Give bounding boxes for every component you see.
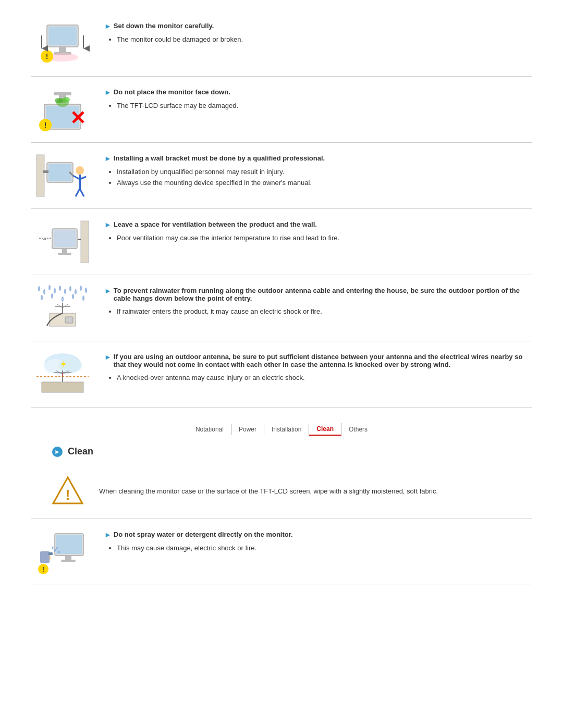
- bullet-item: This may cause damage, electric shock or…: [117, 543, 532, 554]
- title-antenna: ► If you are using an outdoor antenna, b…: [104, 353, 532, 368]
- svg-rect-34: [62, 249, 67, 253]
- svg-point-39: [38, 286, 40, 291]
- svg-point-24: [76, 166, 84, 175]
- svg-point-49: [41, 295, 43, 300]
- title-wall-bracket: ► Installing a wall bracket must be done…: [104, 154, 532, 163]
- nav-others[interactable]: Others: [341, 424, 375, 435]
- svg-text:!: !: [65, 487, 70, 503]
- svg-point-81: [56, 547, 58, 549]
- ventilation-svg: ↔: [34, 218, 91, 265]
- nav-clean[interactable]: Clean: [309, 423, 341, 436]
- face-down-svg: !: [34, 86, 91, 133]
- svg-rect-2: [59, 47, 66, 52]
- image-antenna: [31, 351, 94, 398]
- svg-rect-22: [48, 164, 71, 181]
- svg-rect-76: [61, 560, 76, 562]
- wall-bracket-svg: [34, 152, 91, 199]
- svg-text:!: !: [44, 121, 47, 129]
- svg-text:!: !: [42, 566, 44, 573]
- nav-installation[interactable]: Installation: [264, 424, 309, 435]
- svg-point-48: [85, 288, 87, 293]
- content-set-down: ► Set down the monitor carefully. The mo…: [104, 20, 532, 45]
- svg-text:!: !: [46, 52, 48, 60]
- bullet-item: The monitor could be damaged or broken.: [117, 34, 532, 45]
- svg-point-83: [58, 550, 60, 553]
- svg-point-46: [75, 289, 77, 294]
- svg-rect-64: [42, 382, 83, 392]
- svg-point-50: [51, 293, 53, 299]
- content-ventilation: ► Leave a space for ventilation between …: [104, 218, 532, 244]
- image-face-down: !: [31, 86, 94, 133]
- bullet-item: If rainwater enters the product, it may …: [117, 306, 532, 317]
- instruction-row-face-down: ! ► Do not place the monitor face down. …: [31, 77, 532, 143]
- instruction-row-rainwater: ► To prevent rainwater from running alon…: [31, 275, 532, 341]
- svg-point-40: [43, 289, 45, 294]
- image-rainwater: [31, 285, 94, 331]
- title-rainwater: ► To prevent rainwater from running alon…: [104, 287, 532, 302]
- image-ventilation: ↔: [31, 218, 94, 265]
- installation-rows: ! ► Set down the monitor carefully.: [31, 10, 532, 408]
- svg-rect-59: [65, 317, 73, 323]
- blue-arrow-icon: ►: [104, 22, 112, 30]
- content-face-down: ► Do not place the monitor face down. Th…: [104, 86, 532, 112]
- svg-rect-78: [40, 551, 50, 563]
- svg-point-53: [82, 295, 84, 301]
- svg-rect-23: [43, 170, 48, 173]
- svg-line-29: [80, 189, 84, 196]
- svg-rect-31: [81, 221, 89, 263]
- instruction-row-set-down: ! ► Set down the monitor carefully.: [31, 10, 532, 77]
- nav-power[interactable]: Power: [231, 424, 264, 435]
- instruction-row-antenna: ► If you are using an outdoor antenna, b…: [31, 341, 532, 408]
- content-wall-bracket: ► Installing a wall bracket must be done…: [104, 152, 532, 189]
- svg-point-18: [55, 98, 63, 103]
- clean-icon: ►: [52, 447, 63, 457]
- clean-rows: ! ► Do not spray water or detergent dire…: [31, 519, 532, 585]
- bullets-no-spray: This may cause damage, electric shock or…: [104, 543, 532, 554]
- page-container: ! ► Set down the monitor carefully.: [0, 0, 563, 596]
- instruction-row-ventilation: ↔ ► Leave a space for ventilation betwee…: [31, 209, 532, 275]
- svg-point-42: [54, 288, 56, 293]
- title-no-spray: ► Do not spray water or detergent direct…: [104, 530, 532, 539]
- svg-point-45: [69, 286, 71, 291]
- content-rainwater: ► To prevent rainwater from running alon…: [104, 285, 532, 317]
- bullets-rainwater: If rainwater enters the product, it may …: [104, 306, 532, 317]
- bullet-item: The TFT-LCD surface may be damaged.: [117, 101, 532, 112]
- bullet-item-2: Always use the mounting device specified…: [117, 178, 532, 189]
- svg-rect-12: [54, 92, 71, 95]
- bullet-item-1: Installation by unqualified personnel ma…: [117, 167, 532, 178]
- bullets-set-down: The monitor could be damaged or broken.: [104, 34, 532, 45]
- svg-line-28: [76, 189, 80, 196]
- svg-point-52: [72, 294, 74, 299]
- blue-arrow-icon-5: ►: [104, 287, 112, 295]
- bullets-ventilation: Poor ventilation may cause the interior …: [104, 233, 532, 244]
- svg-point-41: [48, 285, 51, 290]
- clean-warning-text: When cleaning the monitor case or the su…: [99, 486, 438, 497]
- svg-point-44: [64, 289, 66, 294]
- blue-arrow-icon-4: ►: [104, 220, 112, 229]
- antenna-svg: [34, 351, 91, 398]
- rainwater-svg: [34, 285, 91, 331]
- bullet-item: Poor ventilation may cause the interior …: [117, 233, 532, 244]
- svg-rect-33: [54, 230, 76, 247]
- title-set-down: ► Set down the monitor carefully.: [104, 22, 532, 30]
- title-face-down: ► Do not place the monitor face down.: [104, 88, 532, 96]
- title-ventilation: ► Leave a space for ventilation between …: [104, 220, 532, 229]
- bullets-wall-bracket: Installation by unqualified personnel ma…: [104, 167, 532, 189]
- svg-point-47: [80, 286, 82, 291]
- svg-point-19: [63, 97, 70, 102]
- bullets-face-down: The TFT-LCD surface may be damaged.: [104, 101, 532, 112]
- blue-arrow-icon-6: ►: [104, 353, 112, 361]
- svg-point-43: [59, 286, 61, 291]
- svg-point-51: [62, 297, 64, 302]
- clean-general-warning: ! When cleaning the monitor case or the …: [31, 465, 532, 519]
- nav-notational[interactable]: Notational: [188, 424, 231, 435]
- svg-rect-75: [65, 556, 71, 560]
- svg-rect-1: [48, 27, 77, 45]
- svg-text:↔: ↔: [42, 236, 47, 242]
- svg-rect-20: [36, 155, 44, 196]
- bullet-item: A knocked-over antenna may cause injury …: [117, 373, 532, 384]
- clean-title: Clean: [68, 446, 93, 457]
- svg-rect-35: [58, 253, 71, 255]
- monitor-setdown-svg: !: [34, 20, 91, 67]
- no-spray-svg: !: [34, 528, 91, 575]
